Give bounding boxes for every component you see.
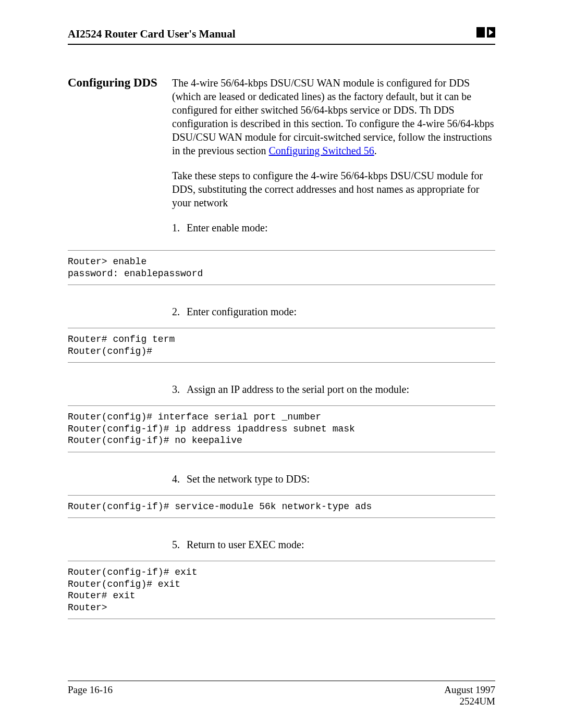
footer-right: August 1997 2524UM [444, 684, 495, 707]
code-block-4: Router(config-if)# service-module 56k ne… [68, 495, 495, 519]
step-2: 2. Enter configuration mode: [172, 305, 495, 318]
section-heading: Configuring DDS [68, 76, 172, 90]
step-5-number: 5. [172, 538, 187, 551]
step-1-number: 1. [172, 221, 187, 235]
code-block-3: Router(config)# interface serial port _n… [68, 405, 495, 452]
code-block-5: Router(config-if)# exit Router(config)# … [68, 561, 495, 619]
step-2-row: 2. Enter configuration mode: [172, 305, 495, 318]
page-footer: Page 16-16 August 1997 2524UM [68, 681, 495, 707]
step-1-text: Enter enable mode: [187, 221, 268, 235]
step-4-number: 4. [172, 472, 187, 486]
step-3-row: 3. Assign an IP address to the serial po… [172, 382, 495, 396]
footer-page-number: Page 16-16 [68, 684, 113, 707]
step-1: 1. Enter enable mode: [172, 221, 495, 235]
footer-docid: 2524UM [444, 696, 495, 707]
section: Configuring DDS The 4-wire 56/64-kbps DS… [68, 76, 495, 241]
configuring-switched-56-link[interactable]: Configuring Switched 56 [269, 145, 374, 156]
step-5: 5. Return to user EXEC mode: [172, 538, 495, 551]
paragraph-steps-intro: Take these steps to configure the 4-wire… [172, 169, 495, 209]
step-3-text: Assign an IP address to the serial port … [187, 382, 409, 396]
page: AI2524 Router Card User's Manual Configu… [0, 0, 563, 728]
footer-date: August 1997 [444, 684, 495, 696]
step-4-text: Set the network type to DDS: [187, 472, 310, 486]
step-3-number: 3. [172, 382, 187, 396]
page-header: AI2524 Router Card User's Manual [68, 26, 495, 45]
step-5-row: 5. Return to user EXEC mode: [172, 538, 495, 551]
step-2-text: Enter configuration mode: [187, 305, 297, 318]
step-2-number: 2. [172, 305, 187, 318]
manual-title: AI2524 Router Card User's Manual [68, 28, 236, 41]
paragraph-intro: The 4-wire 56/64-kbps DSU/CSU WAN module… [172, 76, 495, 157]
code-block-2: Router# config term Router(config)# [68, 328, 495, 363]
section-body: The 4-wire 56/64-kbps DSU/CSU WAN module… [172, 76, 495, 241]
brand-logo-icon [476, 26, 495, 41]
para1-text-b: . [374, 145, 377, 156]
step-4: 4. Set the network type to DDS: [172, 472, 495, 486]
code-block-1: Router> enable password: enablepassword [68, 250, 495, 285]
step-3: 3. Assign an IP address to the serial po… [172, 382, 495, 396]
svg-rect-0 [476, 27, 485, 38]
step-4-row: 4. Set the network type to DDS: [172, 472, 495, 486]
step-5-text: Return to user EXEC mode: [187, 538, 304, 551]
